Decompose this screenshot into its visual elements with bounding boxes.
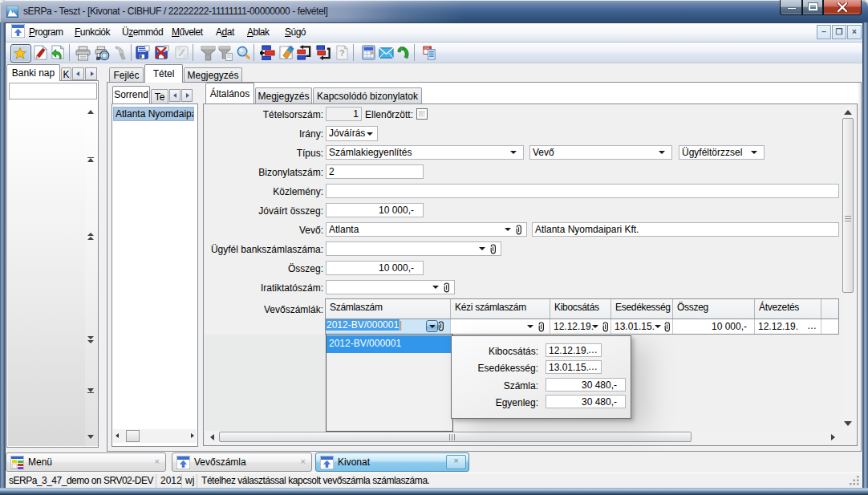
svg-text:?: ? <box>339 48 345 58</box>
